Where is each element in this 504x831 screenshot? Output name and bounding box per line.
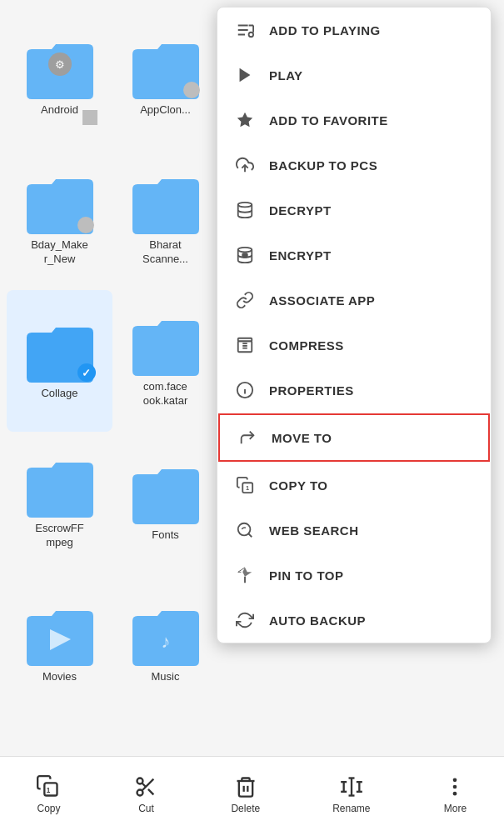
- menu-properties-label: PROPERTIES: [269, 383, 354, 398]
- menu-decrypt-label: DECRYPT: [269, 203, 332, 218]
- file-grid: ⚙ Android AppClon... Bday_Maker_New B: [0, 0, 225, 831]
- link-icon: [234, 289, 256, 311]
- menu-decrypt[interactable]: DECRYPT: [217, 188, 491, 233]
- menu-properties[interactable]: PROPERTIES: [217, 368, 491, 413]
- menu-associate-label: ASSOCIATE APP: [269, 293, 375, 308]
- folder-appcloner[interactable]: AppClon...: [112, 7, 218, 148]
- folder-comface-label: com.faceook.katar: [143, 380, 187, 408]
- pin-icon: [234, 564, 256, 586]
- toolbar-more[interactable]: More: [432, 768, 477, 821]
- svg-point-30: [137, 789, 143, 795]
- folder-android-label: Android: [41, 103, 78, 118]
- toolbar-copy-label: Copy: [37, 803, 60, 814]
- menu-pin-to-top[interactable]: PIN TO TOP: [217, 553, 491, 598]
- scissors-icon: [133, 774, 158, 799]
- dots-vertical-icon: [442, 774, 467, 799]
- encrypt-icon: [234, 244, 256, 266]
- toolbar-delete[interactable]: Delete: [221, 768, 270, 821]
- svg-point-5: [249, 33, 254, 38]
- playlist-icon: [234, 19, 256, 41]
- folder-fonts-label: Fonts: [152, 528, 179, 543]
- menu-add-to-playing[interactable]: ADD TO PLAYING: [217, 8, 491, 53]
- menu-compress[interactable]: COMPRESS: [217, 323, 491, 368]
- svg-point-47: [453, 791, 457, 795]
- menu-auto-backup-label: AUTO BACKUP: [269, 613, 366, 628]
- context-menu: ADD TO PLAYING PLAY ADD TO FAVORITE BACK…: [217, 7, 492, 643]
- folder-movies[interactable]: Movies: [7, 573, 112, 715]
- menu-copy-to-label: COPY TO: [269, 478, 327, 493]
- svg-point-11: [238, 203, 252, 208]
- menu-web-search-label: WEB SEARCH: [269, 523, 359, 538]
- svg-line-32: [148, 788, 153, 793]
- search-icon: [234, 519, 256, 541]
- play-icon: [234, 64, 256, 86]
- menu-encrypt-label: ENCRYPT: [269, 248, 332, 263]
- menu-add-to-playing-label: ADD TO PLAYING: [269, 23, 381, 38]
- menu-move-to-label: MOVE TO: [272, 431, 332, 445]
- folder-fonts[interactable]: Fonts: [112, 432, 218, 573]
- svg-rect-13: [242, 253, 247, 258]
- sync-icon: [234, 609, 256, 631]
- svg-point-45: [453, 778, 457, 782]
- toolbar-rename-label: Rename: [332, 803, 370, 814]
- database-icon: [234, 199, 256, 221]
- folder-movies-label: Movies: [42, 670, 77, 684]
- menu-backup-label: BACKUP TO PCS: [269, 158, 377, 173]
- menu-encrypt[interactable]: ENCRYPT: [217, 233, 491, 278]
- svg-point-46: [453, 784, 457, 788]
- info-icon: [234, 379, 256, 401]
- menu-auto-backup[interactable]: AUTO BACKUP: [217, 598, 491, 643]
- menu-backup-to-pcs[interactable]: BACKUP TO PCS: [217, 143, 491, 188]
- folder-escrow[interactable]: EscrowFFmpeg: [7, 432, 112, 573]
- toolbar-cut-label: Cut: [138, 803, 154, 814]
- folder-bharat[interactable]: BharatScanne...: [112, 148, 218, 290]
- menu-pin-to-top-label: PIN TO TOP: [269, 568, 343, 583]
- menu-play-label: PLAY: [269, 68, 303, 83]
- copy-icon: 1: [234, 474, 256, 496]
- toolbar-copy[interactable]: 1 Copy: [26, 768, 71, 821]
- rename-icon: [339, 774, 364, 799]
- trash-icon: [233, 774, 258, 799]
- menu-play[interactable]: PLAY: [217, 53, 491, 98]
- folder-comface[interactable]: com.faceook.katar: [112, 290, 218, 432]
- star-icon: [234, 109, 256, 131]
- folder-bday-label: Bday_Maker_New: [31, 238, 88, 267]
- svg-line-25: [248, 533, 252, 537]
- cloud-upload-icon: [234, 154, 256, 176]
- svg-text:♪: ♪: [161, 631, 170, 652]
- folder-escrow-label: EscrowFFmpeg: [35, 522, 84, 550]
- folder-collage[interactable]: ✓ Collage: [7, 290, 112, 432]
- menu-compress-label: COMPRESS: [269, 338, 344, 353]
- svg-text:1: 1: [246, 484, 249, 492]
- toolbar-rename[interactable]: Rename: [322, 768, 380, 821]
- svg-line-33: [142, 783, 147, 787]
- svg-text:1: 1: [47, 787, 51, 794]
- svg-marker-8: [240, 68, 251, 83]
- svg-point-12: [238, 248, 252, 253]
- archive-icon: [234, 334, 256, 356]
- folder-music-label: Music: [152, 670, 180, 684]
- toolbar-delete-label: Delete: [231, 803, 260, 814]
- menu-move-to[interactable]: MOVE TO: [218, 413, 490, 462]
- menu-web-search[interactable]: WEB SEARCH: [217, 508, 491, 553]
- bottom-toolbar: 1 Copy Cut Delete: [0, 756, 504, 831]
- menu-add-to-favorite-label: ADD TO FAVORITE: [269, 113, 388, 128]
- toolbar-more-label: More: [444, 803, 467, 814]
- folder-music[interactable]: ♪ Music: [112, 573, 218, 715]
- svg-marker-9: [237, 113, 252, 127]
- menu-copy-to[interactable]: 1 COPY TO: [217, 463, 491, 508]
- folder-bday[interactable]: Bday_Maker_New: [7, 148, 112, 290]
- folder-collage-label: Collage: [41, 387, 77, 401]
- svg-point-24: [238, 523, 251, 536]
- folder-bharat-label: BharatScanne...: [142, 238, 188, 267]
- copy-toolbar-icon: 1: [36, 774, 61, 799]
- toolbar-cut[interactable]: Cut: [123, 768, 168, 821]
- menu-associate-app[interactable]: ASSOCIATE APP: [217, 278, 491, 323]
- folder-android[interactable]: ⚙ Android: [7, 7, 112, 148]
- svg-point-29: [137, 778, 143, 783]
- folder-appcloner-label: AppClon...: [140, 103, 191, 118]
- menu-add-to-favorite[interactable]: ADD TO FAVORITE: [217, 98, 491, 143]
- move-icon: [237, 427, 258, 448]
